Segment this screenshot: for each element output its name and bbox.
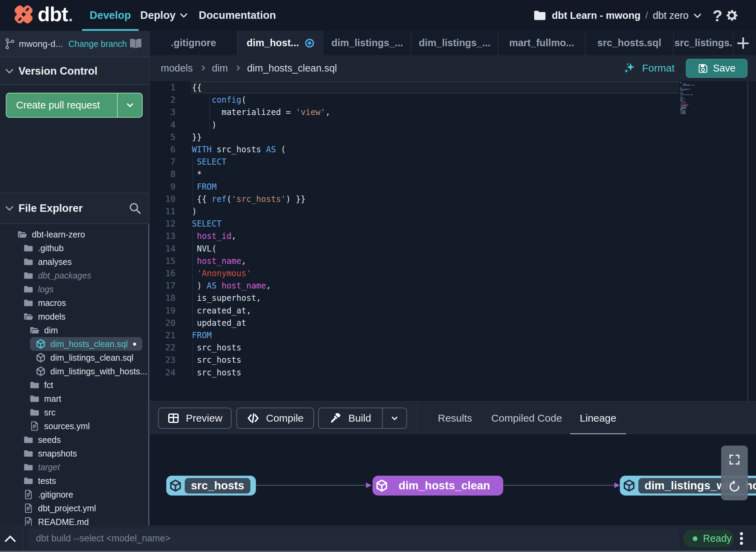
file-tree-item-.gitignore[interactable]: .gitignore [0, 488, 149, 501]
lineage-node-dim_hosts_clean[interactable]: dim_hosts_clean [373, 476, 503, 496]
tab-compiled-code[interactable]: Compiled Code [491, 401, 562, 435]
lineage-edge-2 [503, 485, 614, 486]
project-selector[interactable]: dbt Learn - mwong / dbt zero [534, 0, 700, 31]
chevron-down-icon [5, 203, 13, 211]
code-line-23: src_hosts [192, 354, 330, 366]
file-tree-scrollbar[interactable] [148, 224, 149, 526]
current-branch[interactable]: mwong-d... [19, 39, 63, 49]
file-explorer-header[interactable]: File Explorer [0, 193, 149, 224]
folder-open-icon [17, 229, 27, 240]
preview-button[interactable]: Preview [158, 408, 232, 429]
folder-icon [23, 448, 34, 459]
file-tree-item-macros[interactable]: macros [0, 296, 149, 310]
new-tab-button[interactable] [733, 31, 753, 55]
status-badge: Ready [683, 530, 734, 547]
fullscreen-icon[interactable] [728, 453, 741, 466]
editor-tab-1[interactable]: .gitignore [150, 31, 237, 55]
dbt-wordmark: dbt [38, 3, 68, 26]
file-name: dim_listings_with_hosts... [50, 367, 147, 376]
file-tree-item-dim[interactable]: dim [0, 323, 149, 337]
file-icon [23, 489, 34, 500]
tab-label: dim_listings_... [419, 37, 491, 49]
lineage-node-src_hosts[interactable]: src_hosts [166, 476, 256, 496]
search-icon[interactable] [128, 201, 142, 215]
compile-button[interactable]: Compile [236, 408, 314, 429]
code-line-3: materialized = 'view', [192, 106, 330, 118]
file-tree-item-.github[interactable]: .github [0, 241, 149, 255]
editor-scrollbar[interactable] [747, 81, 748, 401]
docs-book-icon[interactable] [129, 38, 142, 50]
settings-gear-icon[interactable] [725, 8, 739, 24]
file-tree-item-mart[interactable]: mart [0, 392, 149, 406]
code-line-14: NVL( [192, 243, 330, 255]
help-button[interactable]: ? [713, 0, 722, 31]
version-control-header[interactable]: Version Control [0, 57, 149, 85]
code-line-17: ) AS host_name, [192, 280, 330, 292]
file-tree-item-dim-hosts-clean.sql[interactable]: dim_hosts_clean.sql [0, 337, 149, 351]
nav-tab-develop[interactable]: Develop [90, 0, 131, 31]
model-cube-icon [36, 339, 46, 349]
file-tree-item-dbt-packages[interactable]: dbt_packages [0, 269, 149, 282]
folder-icon [23, 476, 34, 486]
code-editor[interactable]: 123456789101112131415161718192021222324 … [150, 81, 756, 401]
editor-tab-5[interactable]: mart_fullmo... [498, 31, 585, 55]
file-tree-item-tests[interactable]: tests [0, 474, 149, 488]
code-line-7: SELECT [192, 156, 330, 168]
file-icon [23, 517, 34, 526]
breadcrumb-dim[interactable]: dim [212, 63, 228, 74]
dbt-logo[interactable]: dbt [13, 3, 72, 26]
folder-icon [23, 284, 34, 294]
command-input[interactable]: dbt build --select <model_name> [29, 528, 679, 549]
file-tree-item-dim-listings-clean.sql[interactable]: dim_listings_clean.sql [0, 351, 149, 364]
code-line-20: updated_at [192, 317, 330, 329]
code-line-16: 'Anonymous' [192, 267, 330, 280]
build-dropdown-button[interactable] [382, 408, 407, 429]
editor-tab-4[interactable]: dim_listings_... [411, 31, 498, 55]
create-pull-request-button[interactable]: Create pull request [6, 93, 143, 118]
nav-tab-deploy[interactable]: Deploy [140, 0, 186, 31]
nav-tab-documentation[interactable]: Documentation [199, 0, 276, 31]
file-tree-item-dbt-learn-zero[interactable]: dbt-learn-zero [0, 228, 149, 241]
save-button[interactable]: Save [686, 59, 747, 78]
file-tree-item-dim-listings-with-hosts...[interactable]: dim_listings_with_hosts... [0, 364, 149, 378]
editor-tab-3[interactable]: dim_listings_... [324, 31, 411, 55]
code-line-4: ) [192, 119, 330, 131]
file-tree-item-dbt-project.yml[interactable]: dbt_project.yml [0, 501, 149, 515]
code-line-18: is_superhost, [192, 292, 330, 304]
file-tree-item-target[interactable]: target [0, 460, 149, 474]
bottom-toolbar: Preview Compile Build Results Compiled C… [150, 401, 756, 434]
change-branch-link[interactable]: Change branch [68, 39, 127, 49]
tab-results[interactable]: Results [438, 401, 472, 435]
file-tree-item-models[interactable]: models [0, 310, 149, 323]
minimap[interactable]: {{ config( materialized = 'view', )}}WIT… [679, 81, 747, 401]
chevron-up-icon[interactable] [6, 534, 16, 544]
tab-lineage[interactable]: Lineage [580, 401, 616, 435]
file-tree-item-analyses[interactable]: analyses [0, 255, 149, 269]
code-line-9: FROM [192, 181, 330, 193]
refresh-icon[interactable] [728, 480, 741, 493]
status-label: Ready [703, 533, 732, 544]
format-button[interactable]: Format [623, 55, 675, 81]
indent-guide [192, 342, 193, 378]
lineage-panel[interactable]: src_hostsdim_hosts_cleandim_listings_wit… [150, 434, 756, 526]
build-button[interactable]: Build [318, 408, 382, 429]
file-tree-item-seeds[interactable]: seeds [0, 433, 149, 447]
file-tree-item-snapshots[interactable]: snapshots [0, 447, 149, 460]
file-tree-item-logs[interactable]: logs [0, 282, 149, 296]
code-content[interactable]: {{ config( materialized = 'view', )}}WIT… [192, 81, 330, 379]
indent-guide [192, 230, 193, 329]
file-tree-item-src[interactable]: src [0, 406, 149, 419]
tab-label: src_listings. [674, 37, 732, 49]
breadcrumb-models[interactable]: models [161, 63, 193, 74]
kebab-menu[interactable] [740, 532, 743, 547]
file-tree-item-fct[interactable]: fct [0, 378, 149, 392]
editor-tab-2[interactable]: dim_host... [237, 31, 324, 55]
file-name: tests [38, 476, 56, 486]
editor-tab-6[interactable]: src_hosts.sql [585, 31, 674, 55]
lineage-arrowhead-icon [366, 483, 372, 488]
file-tree-item-sources.yml[interactable]: sources.yml [0, 419, 149, 433]
build-label: Build [348, 412, 371, 424]
pull-request-dropdown[interactable] [117, 93, 142, 117]
file-tree-item-readme.md[interactable]: README.md [0, 515, 149, 526]
editor-tab-7[interactable]: src_listings. [674, 31, 733, 55]
